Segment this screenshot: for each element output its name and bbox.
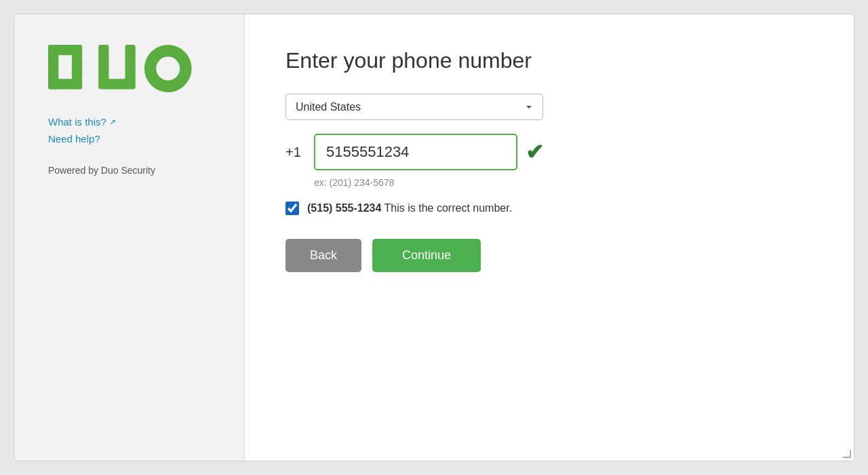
duo-logo-icon bbox=[48, 41, 211, 96]
confirm-row: (515) 555-1234 This is the correct numbe… bbox=[285, 202, 813, 215]
country-code: +1 bbox=[285, 145, 306, 160]
svg-rect-4 bbox=[98, 45, 108, 83]
country-select[interactable]: United States Canada United Kingdom Aust… bbox=[285, 94, 543, 120]
what-is-this-label: What is this? bbox=[48, 116, 106, 128]
svg-rect-5 bbox=[125, 45, 135, 83]
checkmark-icon: ✔ bbox=[526, 139, 544, 165]
country-select-wrapper: United States Canada United Kingdom Aust… bbox=[285, 94, 813, 120]
phone-example-text: ex: (201) 234-5678 bbox=[314, 177, 813, 188]
back-button[interactable]: Back bbox=[285, 239, 361, 272]
resize-handle bbox=[843, 450, 851, 458]
confirm-message: This is the correct number. bbox=[384, 202, 513, 214]
continue-button[interactable]: Continue bbox=[372, 239, 481, 272]
confirm-number: (515) 555-1234 bbox=[307, 202, 381, 214]
need-help-link[interactable]: Need help? bbox=[48, 133, 217, 145]
main-content: Enter your phone number United States Ca… bbox=[245, 14, 854, 461]
sidebar: What is this? ↗ Need help? Powered by Du… bbox=[14, 14, 245, 461]
button-row: Back Continue bbox=[285, 239, 813, 272]
need-help-label: Need help? bbox=[48, 133, 100, 145]
logo bbox=[48, 41, 217, 96]
svg-point-8 bbox=[156, 57, 180, 81]
powered-by-text: Powered by Duo Security bbox=[48, 165, 217, 176]
page-title: Enter your phone number bbox=[285, 48, 813, 73]
app-window: What is this? ↗ Need help? Powered by Du… bbox=[14, 14, 854, 461]
phone-input-row: +1 ✔ bbox=[285, 134, 813, 170]
what-is-this-link[interactable]: What is this? ↗ bbox=[48, 116, 217, 128]
confirm-checkbox[interactable] bbox=[285, 202, 299, 215]
confirm-text: (515) 555-1234 This is the correct numbe… bbox=[307, 202, 512, 214]
external-link-icon: ↗ bbox=[109, 117, 116, 127]
svg-rect-3 bbox=[72, 45, 82, 89]
sidebar-links: What is this? ↗ Need help? bbox=[48, 116, 217, 145]
phone-input[interactable] bbox=[314, 134, 517, 170]
svg-rect-6 bbox=[98, 79, 136, 89]
